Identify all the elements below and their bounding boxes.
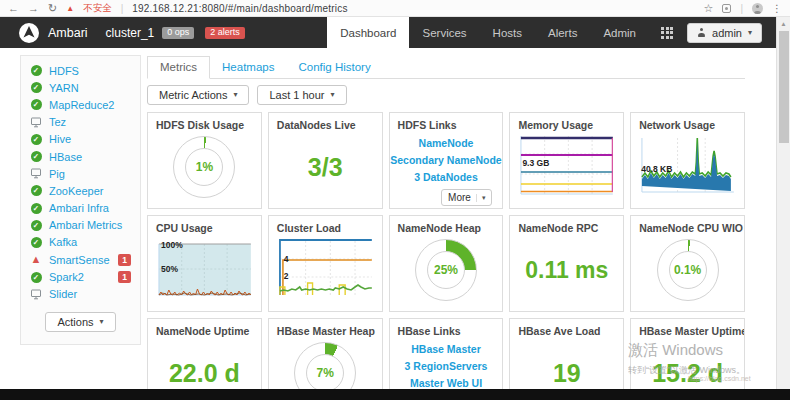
- scrollbar-thumb[interactable]: [779, 31, 789, 143]
- service-status-icon: ✓▲: [30, 82, 42, 93]
- widget-namenode-rpc: NameNode RPC 0.11 ms: [509, 215, 624, 312]
- service-label: HBase: [49, 151, 82, 163]
- widget-cpu-usage: CPU Usage 100% 50%: [147, 215, 262, 312]
- metric-actions-button[interactable]: Metric Actions ▾: [147, 85, 249, 105]
- secondary-namenode-link[interactable]: Secondary NameNode: [390, 152, 501, 169]
- service-status-icon: ✓▲: [30, 254, 42, 265]
- sidebar-item-ambari-metrics[interactable]: ✓▲ Ambari Metrics: [21, 217, 140, 234]
- widget-namenode-cpu-wio: NameNode CPU WIO 0.1%: [630, 215, 745, 312]
- nav-tab-services[interactable]: Services: [409, 17, 479, 48]
- tab-metrics[interactable]: Metrics: [147, 56, 210, 79]
- bookmark-star-icon[interactable]: ☆: [704, 3, 714, 14]
- hbase-links-list: HBase Master 3 RegionServers Master Web …: [390, 338, 503, 392]
- actions-button[interactable]: Actions ▾: [45, 312, 115, 332]
- service-status-icon: ✓▲: [30, 99, 42, 110]
- address-bar[interactable]: 192.168.12.21:8080/#/main/dashboard/metr…: [132, 3, 347, 14]
- sidebar-item-kafka[interactable]: ✓▲ Kafka: [21, 234, 140, 251]
- page-scrollbar[interactable]: ▲: [776, 17, 790, 389]
- tab-config-history[interactable]: Config History: [286, 57, 382, 78]
- namenode-link[interactable]: NameNode: [419, 135, 474, 152]
- ops-count-badge[interactable]: 0 ops: [162, 27, 194, 39]
- widget-title: NameNode Heap: [390, 216, 503, 235]
- hbase-master-link[interactable]: HBase Master: [411, 341, 480, 358]
- sidebar-item-spark2[interactable]: ✓▲ Spark2 1: [21, 268, 140, 285]
- widget-memory-usage: Memory Usage 9.3 GB: [509, 112, 624, 209]
- widget-namenode-heap: NameNode Heap 25%: [389, 215, 504, 312]
- cpu-axis-100-label: 100%: [161, 240, 183, 250]
- metric-actions-label: Metric Actions: [159, 89, 227, 101]
- nav-tab-dashboard[interactable]: Dashboard: [327, 17, 409, 48]
- browser-menu-icon[interactable]: ⋮: [772, 3, 782, 14]
- sidebar-item-ambari-infra[interactable]: ✓▲ Ambari Infra: [21, 200, 140, 217]
- widget-hdfs-links: HDFS Links NameNode Secondary NameNode 3…: [389, 112, 504, 209]
- service-label: Hive: [49, 133, 71, 145]
- alerts-count-badge[interactable]: 2 alerts: [205, 27, 245, 39]
- hdfs-links-list: NameNode Secondary NameNode 3 DataNodes: [390, 132, 503, 186]
- nav-tab-hosts[interactable]: Hosts: [480, 17, 535, 48]
- widget-title: HDFS Disk Usage: [148, 113, 261, 132]
- sidebar-item-yarn[interactable]: ✓▲ YARN: [21, 79, 140, 96]
- extension-icon[interactable]: [722, 4, 731, 13]
- sidebar-item-zookeeper[interactable]: ✓▲ ZooKeeper: [21, 182, 140, 199]
- check-circle-icon: ✓: [31, 185, 42, 196]
- widget-hbase-links: HBase Links HBase Master 3 RegionServers…: [389, 318, 504, 400]
- cluster-name: cluster_1: [106, 26, 155, 40]
- widget-namenode-uptime: NameNode Uptime 22.0 d: [147, 318, 262, 400]
- cpu-usage-chart: 100% 50%: [155, 237, 254, 301]
- widget-title: DataNodes Live: [269, 113, 382, 132]
- datanodes-link[interactable]: 3 DataNodes: [414, 169, 478, 186]
- service-status-icon: ✓▲: [30, 117, 42, 128]
- widget-title: HBase Links: [390, 319, 503, 338]
- refresh-icon[interactable]: ↻: [48, 3, 57, 14]
- brand-area: Ambari cluster_1 0 ops 2 alerts: [0, 17, 245, 48]
- service-status-icon: ✓▲: [30, 220, 42, 231]
- sidebar-item-hdfs[interactable]: ✓▲ HDFS: [21, 62, 140, 79]
- more-button[interactable]: More ▾: [441, 189, 492, 206]
- namenode-uptime-value: 22.0 d: [169, 359, 240, 388]
- views-grid-icon[interactable]: [661, 27, 673, 39]
- service-label: Ambari Metrics: [49, 219, 122, 231]
- memory-usage-value-label: 9.3 GB: [522, 158, 549, 168]
- sidebar-item-slider[interactable]: ✓▲ Slider: [21, 286, 140, 303]
- back-icon[interactable]: ←: [8, 3, 19, 14]
- sidebar-item-hive[interactable]: ✓▲ Hive: [21, 131, 140, 148]
- actions-button-label: Actions: [57, 316, 93, 328]
- regionservers-link[interactable]: 3 RegionServers: [405, 358, 488, 375]
- user-menu-button[interactable]: admin ▾: [687, 23, 762, 43]
- screen: ← → ↻ ▲ 不安全 | 192.168.12.21:8080/#/main/…: [0, 0, 790, 400]
- profile-avatar-icon[interactable]: [752, 3, 763, 14]
- scrollbar-up-icon[interactable]: ▲: [777, 17, 790, 27]
- cluster-load-chart: 4 2: [276, 237, 375, 301]
- widget-datanodes-live: DataNodes Live 3/3: [268, 112, 383, 209]
- donut-value: 1%: [196, 160, 213, 174]
- nav-tab-admin[interactable]: Admin: [590, 17, 649, 48]
- user-menu-label: admin: [712, 27, 742, 39]
- service-label: Spark2: [49, 271, 84, 283]
- sidebar-item-mapreduce2[interactable]: ✓▲ MapReduce2: [21, 96, 140, 113]
- datanodes-live-value: 3/3: [308, 153, 343, 182]
- widget-title: HBase Ave Load: [510, 319, 623, 338]
- insecure-warning-label[interactable]: 不安全: [83, 2, 112, 15]
- app-title: Ambari: [48, 26, 88, 40]
- service-label: Pig: [49, 168, 65, 180]
- sidebar-item-pig[interactable]: ✓▲ Pig: [21, 165, 140, 182]
- chevron-down-icon: ▾: [233, 91, 237, 99]
- ambari-logo[interactable]: [18, 22, 40, 44]
- metrics-toolbar: Metric Actions ▾ Last 1 hour ▾: [147, 85, 745, 105]
- service-status-icon: ✓▲: [30, 185, 42, 196]
- load-axis-2-label: 2: [284, 271, 289, 281]
- sidebar-item-smartsense[interactable]: ✓▲ SmartSense 1: [21, 251, 140, 268]
- forward-icon[interactable]: →: [28, 3, 39, 14]
- hbase-ave-load-value: 19: [553, 359, 581, 388]
- service-label: ZooKeeper: [49, 185, 103, 197]
- cpu-axis-50-label: 50%: [161, 264, 178, 274]
- alert-count-badge[interactable]: 1: [118, 271, 131, 283]
- nav-tab-alerts[interactable]: Alerts: [535, 17, 590, 48]
- time-range-button[interactable]: Last 1 hour ▾: [257, 85, 346, 105]
- insecure-warning-icon[interactable]: ▲: [66, 4, 74, 13]
- alert-count-badge[interactable]: 1: [118, 254, 131, 266]
- sidebar-item-hbase[interactable]: ✓▲ HBase: [21, 148, 140, 165]
- sidebar-item-tez[interactable]: ✓▲ Tez: [21, 114, 140, 131]
- tab-heatmaps[interactable]: Heatmaps: [210, 57, 286, 78]
- service-label: Tez: [49, 116, 66, 128]
